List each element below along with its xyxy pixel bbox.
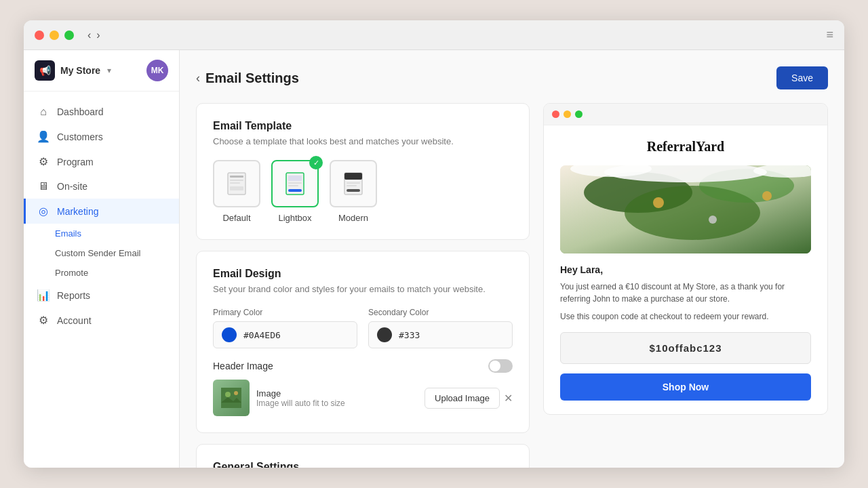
sidebar-item-program[interactable]: ⚙ Program (24, 149, 179, 174)
avatar[interactable]: MK (146, 60, 168, 81)
toggle-knob (490, 361, 500, 371)
titlebar: ‹ › ≡ (24, 20, 844, 50)
browser-nav: ‹ › (87, 29, 100, 41)
upload-image-button[interactable]: Upload Image (425, 388, 500, 409)
primary-color-swatch (222, 327, 237, 342)
svg-rect-15 (221, 388, 241, 408)
email-template-card: Email Template Choose a template that lo… (196, 103, 530, 240)
email-template-subtitle: Choose a template that looks best and ma… (213, 136, 513, 146)
template-option-lightbox[interactable]: ✓ Lightbox (271, 160, 319, 223)
forward-arrow[interactable]: › (96, 29, 100, 41)
left-panel: Email Template Choose a template that lo… (196, 103, 530, 468)
marketing-icon: ◎ (37, 205, 50, 218)
right-panel: ReferralYard (543, 103, 828, 468)
back-button[interactable]: ‹ (196, 71, 200, 85)
svg-rect-4 (230, 186, 243, 190)
sidebar-item-onsite[interactable]: 🖥 On-site (24, 174, 179, 199)
secondary-color-label: Secondary Color (368, 308, 513, 317)
general-settings-card: General Settings ✓ Disable ReferralYard … (196, 444, 530, 468)
header-image-toggle[interactable] (488, 359, 513, 373)
svg-rect-7 (288, 182, 302, 184)
svg-rect-12 (347, 182, 360, 184)
sidebar-item-custom-sender[interactable]: Custom Sender Email (55, 243, 179, 263)
selected-check-icon: ✓ (309, 156, 323, 169)
main-content: ‹ Email Settings Save Email Template Cho… (180, 50, 844, 468)
store-logo[interactable]: 📢 My Store ▾ (35, 60, 111, 81)
reports-icon: 📊 (37, 289, 50, 302)
traffic-lights (35, 30, 74, 40)
svg-rect-2 (230, 180, 243, 181)
sidebar-item-label: Dashboard (57, 106, 104, 117)
account-icon: ⚙ (37, 314, 50, 327)
sidebar-item-label: Customers (57, 131, 103, 142)
primary-color-field: Primary Color #0A4ED6 (213, 308, 357, 348)
program-icon: ⚙ (37, 155, 50, 168)
shop-now-button[interactable]: Shop Now (560, 373, 811, 401)
color-row: Primary Color #0A4ED6 Secondary Color (213, 308, 513, 348)
sidebar-item-label: Program (57, 157, 94, 167)
coupon-code: $10offabc123 (560, 332, 811, 364)
sidebar-item-account[interactable]: ⚙ Account (24, 308, 179, 333)
sidebar-item-label: Reports (57, 290, 90, 301)
preview-greeting: Hey Lara, (560, 264, 811, 275)
email-design-subtitle: Set your brand color and styles for your… (213, 284, 513, 294)
svg-rect-6 (288, 176, 302, 181)
back-arrow[interactable]: ‹ (87, 29, 91, 41)
preview-hero-inner (560, 165, 811, 253)
header-image-section: Header Image (213, 359, 513, 416)
app-body: 📢 My Store ▾ MK ⌂ Dashboard 👤 Customers … (24, 50, 844, 468)
sidebar-item-customers[interactable]: 👤 Customers (24, 124, 179, 149)
template-option-default[interactable]: Default (213, 160, 260, 223)
page-title: Email Settings (205, 70, 299, 86)
store-name-label: My Store (60, 65, 100, 76)
page-header: ‹ Email Settings Save (196, 66, 828, 89)
primary-color-input[interactable]: #0A4ED6 (213, 321, 357, 348)
preview-hero-image (560, 165, 811, 253)
minimize-traffic-light[interactable] (50, 30, 59, 40)
sidebar-item-label: Marketing (57, 206, 98, 217)
sidebar-nav: ⌂ Dashboard 👤 Customers ⚙ Program 🖥 On-s… (24, 92, 179, 468)
save-button[interactable]: Save (776, 66, 828, 89)
sidebar-item-reports[interactable]: 📊 Reports (24, 283, 179, 308)
secondary-color-input[interactable]: #333 (368, 321, 513, 348)
svg-rect-9 (288, 189, 302, 192)
template-default-box (213, 160, 260, 207)
image-name: Image (256, 388, 418, 399)
customers-icon: 👤 (37, 130, 50, 143)
image-upload-row: Image Image will auto fit to size Upload… (213, 380, 513, 416)
template-lightbox-label: Lightbox (278, 213, 311, 223)
template-option-modern[interactable]: Modern (330, 160, 377, 223)
primary-color-label: Primary Color (213, 308, 357, 317)
preview-titlebar (544, 104, 827, 125)
image-info: Image Image will auto fit to size (256, 388, 418, 408)
svg-rect-8 (288, 185, 298, 186)
preview-body: ReferralYard (544, 125, 827, 414)
remove-image-button[interactable]: ✕ (504, 392, 513, 405)
email-design-title: Email Design (213, 268, 513, 280)
preview-tl-green (575, 110, 583, 118)
sidebar-item-label: On-site (57, 181, 87, 192)
sidebar-item-dashboard[interactable]: ⌂ Dashboard (24, 100, 179, 124)
template-modern-label: Modern (338, 213, 368, 223)
secondary-color-hex: #333 (399, 330, 420, 340)
sidebar-item-marketing[interactable]: ◎ Marketing (24, 199, 179, 224)
header-image-label: Header Image (213, 361, 273, 371)
page-title-row: ‹ Email Settings (196, 70, 299, 86)
email-preview: ReferralYard (543, 103, 828, 415)
preview-instruction: Use this coupon code at checkout to rede… (560, 310, 811, 323)
close-traffic-light[interactable] (35, 30, 44, 40)
sidebar-item-label: Account (57, 315, 92, 326)
template-modern-box (330, 160, 377, 207)
preview-tl-yellow (564, 110, 571, 118)
sidebar-item-emails[interactable]: Emails (55, 224, 179, 243)
content-split: Email Template Choose a template that lo… (196, 103, 828, 468)
preview-tl-red (552, 110, 559, 118)
onsite-icon: 🖥 (37, 180, 50, 192)
sidebar-item-promote[interactable]: Promote (55, 263, 179, 283)
image-thumbnail (213, 380, 250, 416)
svg-rect-3 (230, 182, 240, 184)
svg-point-24 (762, 191, 772, 201)
menu-icon[interactable]: ≡ (826, 28, 833, 42)
svg-rect-1 (230, 176, 243, 178)
fullscreen-traffic-light[interactable] (64, 30, 74, 40)
